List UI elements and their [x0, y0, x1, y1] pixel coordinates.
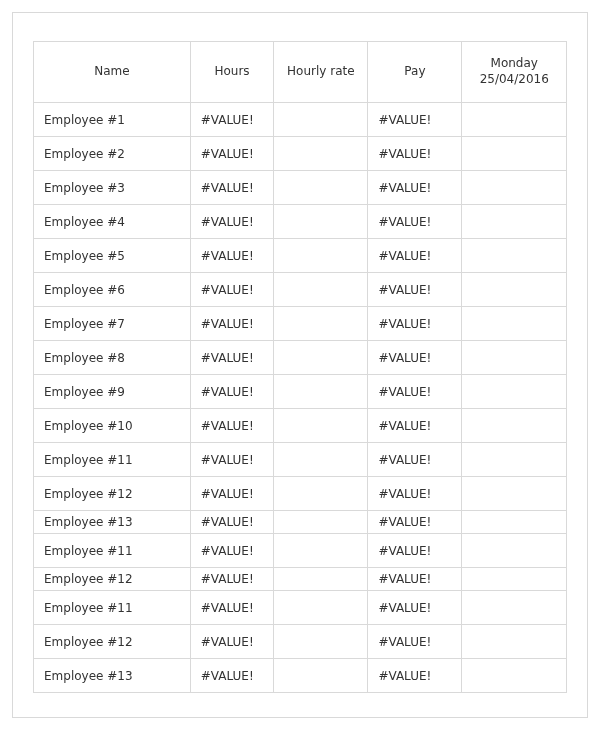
cell-day: [462, 103, 567, 137]
cell-rate: [274, 205, 368, 239]
table-row: Employee #12#VALUE!#VALUE!: [34, 625, 567, 659]
cell-hours: #VALUE!: [190, 103, 274, 137]
cell-day: [462, 568, 567, 591]
cell-hours: #VALUE!: [190, 137, 274, 171]
cell-rate: [274, 273, 368, 307]
header-day: Monday 25/04/2016: [462, 42, 567, 103]
cell-pay: #VALUE!: [368, 205, 462, 239]
cell-rate: [274, 341, 368, 375]
cell-name: Employee #10: [34, 409, 191, 443]
cell-pay: #VALUE!: [368, 511, 462, 534]
cell-rate: [274, 103, 368, 137]
table-header-row: Name Hours Hourly rate Pay Monday 25/04/…: [34, 42, 567, 103]
cell-hours: #VALUE!: [190, 375, 274, 409]
cell-hours: #VALUE!: [190, 659, 274, 693]
table-row: Employee #13#VALUE!#VALUE!: [34, 511, 567, 534]
cell-name: Employee #5: [34, 239, 191, 273]
timesheet-table: Name Hours Hourly rate Pay Monday 25/04/…: [33, 41, 567, 693]
cell-day: [462, 375, 567, 409]
cell-hours: #VALUE!: [190, 443, 274, 477]
cell-day: [462, 511, 567, 534]
cell-hours: #VALUE!: [190, 409, 274, 443]
cell-pay: #VALUE!: [368, 341, 462, 375]
cell-name: Employee #13: [34, 511, 191, 534]
cell-pay: #VALUE!: [368, 591, 462, 625]
cell-rate: [274, 568, 368, 591]
table-row: Employee #12#VALUE!#VALUE!: [34, 477, 567, 511]
header-rate: Hourly rate: [274, 42, 368, 103]
cell-hours: #VALUE!: [190, 591, 274, 625]
cell-name: Employee #11: [34, 534, 191, 568]
table-row: Employee #5#VALUE!#VALUE!: [34, 239, 567, 273]
table-row: Employee #4#VALUE!#VALUE!: [34, 205, 567, 239]
table-body: Employee #1#VALUE!#VALUE!Employee #2#VAL…: [34, 103, 567, 693]
cell-hours: #VALUE!: [190, 568, 274, 591]
table-row: Employee #1#VALUE!#VALUE!: [34, 103, 567, 137]
cell-rate: [274, 171, 368, 205]
table-row: Employee #12#VALUE!#VALUE!: [34, 568, 567, 591]
cell-day: [462, 341, 567, 375]
cell-rate: [274, 443, 368, 477]
cell-pay: #VALUE!: [368, 239, 462, 273]
cell-pay: #VALUE!: [368, 477, 462, 511]
cell-day: [462, 137, 567, 171]
page-frame: Name Hours Hourly rate Pay Monday 25/04/…: [12, 12, 588, 718]
header-pay: Pay: [368, 42, 462, 103]
header-name: Name: [34, 42, 191, 103]
cell-name: Employee #11: [34, 443, 191, 477]
cell-hours: #VALUE!: [190, 625, 274, 659]
cell-name: Employee #7: [34, 307, 191, 341]
cell-rate: [274, 137, 368, 171]
cell-day: [462, 591, 567, 625]
cell-pay: #VALUE!: [368, 568, 462, 591]
cell-day: [462, 171, 567, 205]
cell-rate: [274, 375, 368, 409]
cell-pay: #VALUE!: [368, 443, 462, 477]
cell-rate: [274, 511, 368, 534]
table-row: Employee #7#VALUE!#VALUE!: [34, 307, 567, 341]
page: Name Hours Hourly rate Pay Monday 25/04/…: [0, 0, 600, 730]
cell-rate: [274, 659, 368, 693]
table-row: Employee #8#VALUE!#VALUE!: [34, 341, 567, 375]
cell-day: [462, 205, 567, 239]
cell-name: Employee #6: [34, 273, 191, 307]
cell-pay: #VALUE!: [368, 137, 462, 171]
cell-hours: #VALUE!: [190, 205, 274, 239]
cell-hours: #VALUE!: [190, 511, 274, 534]
cell-day: [462, 659, 567, 693]
cell-name: Employee #12: [34, 568, 191, 591]
cell-name: Employee #9: [34, 375, 191, 409]
table-row: Employee #10#VALUE!#VALUE!: [34, 409, 567, 443]
table-row: Employee #11#VALUE!#VALUE!: [34, 591, 567, 625]
table-row: Employee #2#VALUE!#VALUE!: [34, 137, 567, 171]
cell-day: [462, 409, 567, 443]
cell-pay: #VALUE!: [368, 103, 462, 137]
cell-pay: #VALUE!: [368, 375, 462, 409]
cell-pay: #VALUE!: [368, 625, 462, 659]
cell-name: Employee #3: [34, 171, 191, 205]
cell-pay: #VALUE!: [368, 273, 462, 307]
cell-hours: #VALUE!: [190, 273, 274, 307]
cell-rate: [274, 239, 368, 273]
cell-hours: #VALUE!: [190, 477, 274, 511]
cell-day: [462, 307, 567, 341]
cell-name: Employee #1: [34, 103, 191, 137]
cell-day: [462, 443, 567, 477]
table-row: Employee #9#VALUE!#VALUE!: [34, 375, 567, 409]
cell-day: [462, 273, 567, 307]
table-row: Employee #11#VALUE!#VALUE!: [34, 443, 567, 477]
cell-name: Employee #8: [34, 341, 191, 375]
cell-name: Employee #4: [34, 205, 191, 239]
table-row: Employee #13#VALUE!#VALUE!: [34, 659, 567, 693]
cell-rate: [274, 625, 368, 659]
cell-day: [462, 625, 567, 659]
cell-name: Employee #2: [34, 137, 191, 171]
cell-rate: [274, 307, 368, 341]
table-row: Employee #11#VALUE!#VALUE!: [34, 534, 567, 568]
cell-hours: #VALUE!: [190, 534, 274, 568]
cell-rate: [274, 477, 368, 511]
cell-hours: #VALUE!: [190, 341, 274, 375]
cell-rate: [274, 591, 368, 625]
cell-hours: #VALUE!: [190, 307, 274, 341]
table-row: Employee #6#VALUE!#VALUE!: [34, 273, 567, 307]
